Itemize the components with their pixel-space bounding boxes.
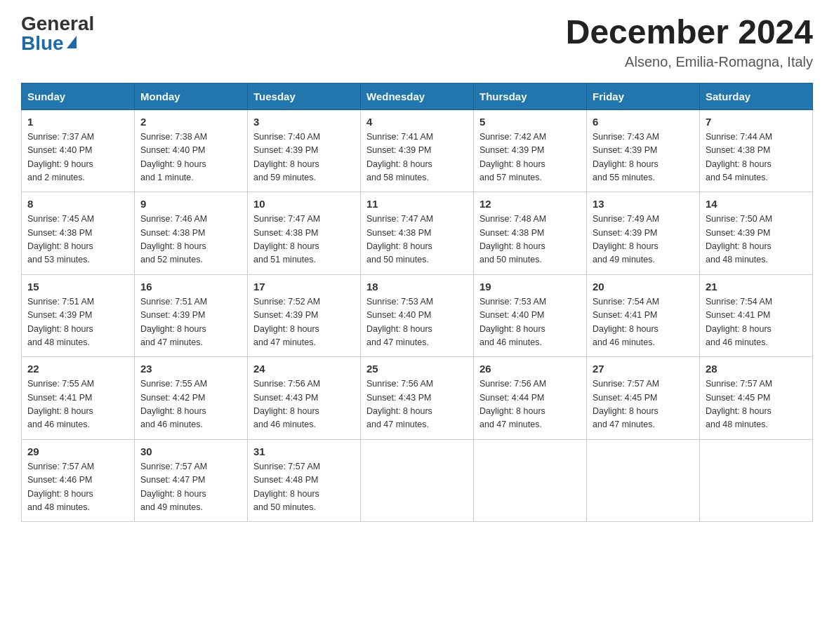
day-number: 28 [706, 363, 807, 375]
day-number: 12 [479, 198, 581, 210]
day-info: Sunrise: 7:52 AMSunset: 4:39 PMDaylight:… [253, 295, 355, 350]
day-number: 5 [479, 116, 581, 128]
day-number: 13 [593, 198, 694, 210]
calendar-header-row: SundayMondayTuesdayWednesdayThursdayFrid… [22, 83, 813, 109]
calendar-cell [361, 439, 474, 522]
day-info: Sunrise: 7:55 AMSunset: 4:41 PMDaylight:… [27, 377, 128, 432]
day-number: 7 [706, 116, 807, 128]
day-number: 24 [253, 363, 355, 375]
day-info: Sunrise: 7:53 AMSunset: 4:40 PMDaylight:… [366, 295, 468, 350]
day-number: 27 [593, 363, 694, 375]
calendar-week-row: 29Sunrise: 7:57 AMSunset: 4:46 PMDayligh… [22, 439, 813, 522]
day-info: Sunrise: 7:54 AMSunset: 4:41 PMDaylight:… [593, 295, 694, 350]
calendar-week-row: 22Sunrise: 7:55 AMSunset: 4:41 PMDayligh… [22, 357, 813, 440]
day-number: 16 [140, 281, 241, 293]
day-info: Sunrise: 7:46 AMSunset: 4:38 PMDaylight:… [140, 213, 241, 267]
day-number: 19 [479, 281, 581, 293]
day-info: Sunrise: 7:56 AMSunset: 4:43 PMDaylight:… [253, 377, 355, 432]
title-block: December 2024 Alseno, Emilia-Romagna, It… [566, 14, 813, 70]
calendar-cell: 15Sunrise: 7:51 AMSunset: 4:39 PMDayligh… [22, 274, 135, 357]
day-number: 2 [140, 116, 241, 128]
calendar-cell: 5Sunrise: 7:42 AMSunset: 4:39 PMDaylight… [474, 109, 587, 192]
calendar-cell: 31Sunrise: 7:57 AMSunset: 4:48 PMDayligh… [248, 439, 361, 522]
day-number: 29 [27, 445, 128, 457]
calendar-cell: 25Sunrise: 7:56 AMSunset: 4:43 PMDayligh… [361, 357, 474, 440]
day-info: Sunrise: 7:57 AMSunset: 4:48 PMDaylight:… [253, 460, 355, 515]
header-friday: Friday [587, 83, 700, 109]
location-subtitle: Alseno, Emilia-Romagna, Italy [566, 54, 813, 70]
day-info: Sunrise: 7:55 AMSunset: 4:42 PMDaylight:… [140, 377, 241, 432]
day-number: 10 [253, 198, 355, 210]
logo-general-text: General [21, 14, 94, 34]
calendar-cell: 26Sunrise: 7:56 AMSunset: 4:44 PMDayligh… [474, 357, 587, 440]
header-wednesday: Wednesday [361, 83, 474, 109]
day-number: 9 [140, 198, 241, 210]
calendar-cell [700, 439, 813, 522]
day-number: 30 [140, 445, 241, 457]
calendar-cell [474, 439, 587, 522]
day-info: Sunrise: 7:47 AMSunset: 4:38 PMDaylight:… [366, 213, 468, 267]
header-saturday: Saturday [700, 83, 813, 109]
day-number: 21 [706, 281, 807, 293]
calendar-cell: 22Sunrise: 7:55 AMSunset: 4:41 PMDayligh… [22, 357, 135, 440]
calendar-cell: 16Sunrise: 7:51 AMSunset: 4:39 PMDayligh… [135, 274, 248, 357]
calendar-cell: 28Sunrise: 7:57 AMSunset: 4:45 PMDayligh… [700, 357, 813, 440]
logo-triangle-icon [67, 36, 77, 48]
calendar-cell: 1Sunrise: 7:37 AMSunset: 4:40 PMDaylight… [22, 109, 135, 192]
day-number: 22 [27, 363, 128, 375]
day-info: Sunrise: 7:56 AMSunset: 4:43 PMDaylight:… [366, 377, 468, 432]
day-number: 6 [593, 116, 694, 128]
calendar-cell: 17Sunrise: 7:52 AMSunset: 4:39 PMDayligh… [248, 274, 361, 357]
day-number: 18 [366, 281, 468, 293]
calendar-cell: 14Sunrise: 7:50 AMSunset: 4:39 PMDayligh… [700, 192, 813, 275]
day-info: Sunrise: 7:49 AMSunset: 4:39 PMDaylight:… [593, 213, 694, 267]
day-info: Sunrise: 7:51 AMSunset: 4:39 PMDaylight:… [27, 295, 128, 350]
header-monday: Monday [135, 83, 248, 109]
calendar-cell: 27Sunrise: 7:57 AMSunset: 4:45 PMDayligh… [587, 357, 700, 440]
calendar-cell: 18Sunrise: 7:53 AMSunset: 4:40 PMDayligh… [361, 274, 474, 357]
logo: General Blue [21, 14, 94, 53]
calendar-cell: 11Sunrise: 7:47 AMSunset: 4:38 PMDayligh… [361, 192, 474, 275]
day-info: Sunrise: 7:54 AMSunset: 4:41 PMDaylight:… [706, 295, 807, 350]
calendar-cell: 3Sunrise: 7:40 AMSunset: 4:39 PMDaylight… [248, 109, 361, 192]
day-info: Sunrise: 7:57 AMSunset: 4:47 PMDaylight:… [140, 460, 241, 515]
calendar-week-row: 15Sunrise: 7:51 AMSunset: 4:39 PMDayligh… [22, 274, 813, 357]
header-tuesday: Tuesday [248, 83, 361, 109]
month-title: December 2024 [566, 14, 813, 51]
calendar-cell: 12Sunrise: 7:48 AMSunset: 4:38 PMDayligh… [474, 192, 587, 275]
calendar-cell: 13Sunrise: 7:49 AMSunset: 4:39 PMDayligh… [587, 192, 700, 275]
day-number: 23 [140, 363, 241, 375]
calendar-cell: 24Sunrise: 7:56 AMSunset: 4:43 PMDayligh… [248, 357, 361, 440]
day-number: 15 [27, 281, 128, 293]
day-number: 17 [253, 281, 355, 293]
day-info: Sunrise: 7:45 AMSunset: 4:38 PMDaylight:… [27, 213, 128, 267]
day-info: Sunrise: 7:56 AMSunset: 4:44 PMDaylight:… [479, 377, 581, 432]
calendar-week-row: 8Sunrise: 7:45 AMSunset: 4:38 PMDaylight… [22, 192, 813, 275]
day-info: Sunrise: 7:42 AMSunset: 4:39 PMDaylight:… [479, 130, 581, 185]
page-header: General Blue December 2024 Alseno, Emili… [21, 14, 813, 70]
day-number: 8 [27, 198, 128, 210]
calendar-cell: 9Sunrise: 7:46 AMSunset: 4:38 PMDaylight… [135, 192, 248, 275]
calendar-cell: 29Sunrise: 7:57 AMSunset: 4:46 PMDayligh… [22, 439, 135, 522]
calendar-table: SundayMondayTuesdayWednesdayThursdayFrid… [21, 83, 813, 523]
day-info: Sunrise: 7:44 AMSunset: 4:38 PMDaylight:… [706, 130, 807, 185]
logo-blue-text: Blue [21, 34, 77, 53]
day-info: Sunrise: 7:57 AMSunset: 4:46 PMDaylight:… [27, 460, 128, 515]
day-number: 31 [253, 445, 355, 457]
calendar-cell: 2Sunrise: 7:38 AMSunset: 4:40 PMDaylight… [135, 109, 248, 192]
header-sunday: Sunday [22, 83, 135, 109]
header-thursday: Thursday [474, 83, 587, 109]
calendar-cell: 20Sunrise: 7:54 AMSunset: 4:41 PMDayligh… [587, 274, 700, 357]
calendar-cell: 30Sunrise: 7:57 AMSunset: 4:47 PMDayligh… [135, 439, 248, 522]
day-info: Sunrise: 7:57 AMSunset: 4:45 PMDaylight:… [706, 377, 807, 432]
day-info: Sunrise: 7:53 AMSunset: 4:40 PMDaylight:… [479, 295, 581, 350]
day-number: 11 [366, 198, 468, 210]
calendar-cell: 19Sunrise: 7:53 AMSunset: 4:40 PMDayligh… [474, 274, 587, 357]
day-info: Sunrise: 7:50 AMSunset: 4:39 PMDaylight:… [706, 213, 807, 267]
day-info: Sunrise: 7:57 AMSunset: 4:45 PMDaylight:… [593, 377, 694, 432]
day-number: 4 [366, 116, 468, 128]
calendar-cell: 6Sunrise: 7:43 AMSunset: 4:39 PMDaylight… [587, 109, 700, 192]
day-number: 25 [366, 363, 468, 375]
day-number: 26 [479, 363, 581, 375]
day-info: Sunrise: 7:41 AMSunset: 4:39 PMDaylight:… [366, 130, 468, 185]
